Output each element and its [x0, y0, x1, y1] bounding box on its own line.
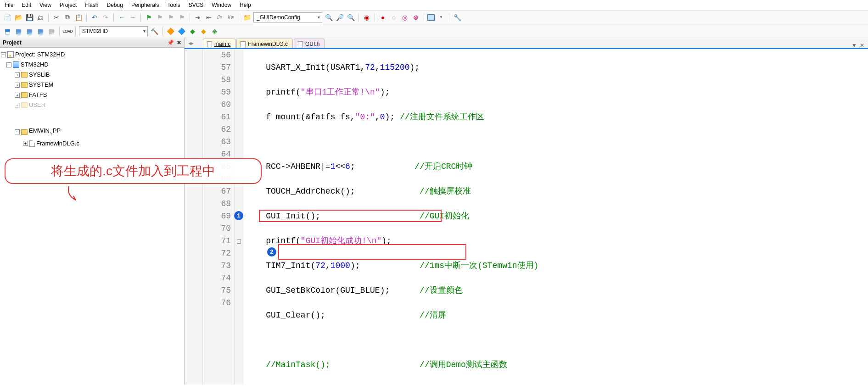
callout-marker-2: 2: [267, 247, 276, 256]
batch-build-icon[interactable]: ▦: [36, 27, 45, 36]
target-combo[interactable]: STM32HD: [79, 26, 148, 36]
expand-icon[interactable]: +: [23, 141, 28, 146]
tree-group-fatfs[interactable]: + FATFS: [1, 90, 184, 100]
editor-area: ◂▸ main.c FramewinDLG.c GUI.h ▼ ✕ 5: [185, 38, 868, 384]
expand-icon[interactable]: +: [15, 103, 20, 108]
expand-icon[interactable]: +: [15, 83, 20, 88]
bookmark-icon[interactable]: ⚑: [144, 13, 153, 22]
uncomment-icon[interactable]: //≢: [226, 13, 235, 22]
expand-icon[interactable]: −: [1, 52, 6, 57]
bookmark-clear-icon[interactable]: ⚑: [177, 13, 186, 22]
tab-nav-left-icon[interactable]: ◂▸: [188, 40, 194, 46]
separator: [48, 13, 49, 22]
folder-icon: [21, 102, 28, 108]
indent-icon[interactable]: ⇥: [193, 13, 202, 22]
tab-gui-h[interactable]: GUI.h: [294, 39, 325, 49]
window-icon[interactable]: [427, 14, 435, 21]
project-panel-title: Project 📌 ✕: [0, 38, 184, 48]
marker-margin[interactable]: [185, 49, 203, 384]
nav-fwd-icon[interactable]: →: [128, 13, 137, 22]
close-icon[interactable]: ✕: [177, 39, 181, 46]
folder-icon: [21, 92, 28, 98]
separator: [239, 13, 239, 22]
nav-back-icon[interactable]: ←: [117, 13, 126, 22]
tree-group-emwin[interactable]: − EMWIN↘PP: [1, 126, 184, 139]
tab-main-c[interactable]: main.c: [203, 39, 235, 49]
expand-icon[interactable]: +: [15, 93, 20, 98]
target-options-icon[interactable]: 🔨: [150, 27, 159, 36]
expand-icon[interactable]: −: [6, 62, 11, 67]
copy-icon[interactable]: ⧉: [63, 13, 72, 22]
breakpoint-icon[interactable]: ●: [378, 13, 387, 22]
comment-icon[interactable]: //≡: [215, 13, 224, 22]
find-icon[interactable]: 🔍: [324, 13, 333, 22]
menu-debug[interactable]: Debug: [107, 2, 123, 8]
tab-framewindlg-c[interactable]: FramewinDLG.c: [236, 39, 293, 49]
separator: [424, 13, 424, 22]
open-file-icon[interactable]: 📂: [14, 13, 23, 22]
pin-icon[interactable]: 📌: [167, 39, 174, 46]
tree-file-framewin[interactable]: + FramewinDLG.c: [1, 139, 184, 149]
separator: [375, 13, 375, 22]
manage-target-icon[interactable]: 🔷: [177, 27, 186, 36]
menu-svcs[interactable]: SVCS: [189, 2, 204, 8]
breakpoint-killall-icon[interactable]: ⊗: [411, 13, 420, 22]
cfile-icon: [29, 140, 35, 147]
translate-icon[interactable]: ⬒: [3, 27, 12, 36]
undo-icon[interactable]: ↶: [90, 13, 99, 22]
menu-view[interactable]: View: [39, 2, 51, 8]
find-files-icon[interactable]: 📁: [242, 13, 252, 22]
pack-installer-icon[interactable]: ◆: [188, 27, 197, 36]
separator: [59, 27, 60, 35]
tree-target[interactable]: − STM32HD: [1, 60, 184, 70]
menu-peripherals[interactable]: Peripherals: [131, 2, 159, 8]
project-panel: Project 📌 ✕ − Project: STM32HD − STM32HD…: [0, 38, 185, 384]
tree-project-root[interactable]: − Project: STM32HD: [1, 50, 184, 60]
code-editor[interactable]: 5657585960616263646566676869707172737475…: [185, 49, 868, 384]
menu-help[interactable]: Help: [240, 2, 251, 8]
dropdown-icon[interactable]: ▼: [437, 13, 446, 22]
save-all-icon[interactable]: 🗂: [36, 13, 45, 22]
build-icon[interactable]: ▦: [14, 27, 23, 36]
incremental-find-icon[interactable]: 🔍: [346, 13, 355, 22]
cut-icon[interactable]: ✂: [52, 13, 61, 22]
bookmark-prev-icon[interactable]: ⚑: [155, 13, 164, 22]
tree-group-system[interactable]: + SYSTEM: [1, 80, 184, 90]
editor-tabbar: ◂▸ main.c FramewinDLG.c GUI.h ▼ ✕: [185, 38, 868, 49]
stop-build-icon[interactable]: ▦: [47, 27, 56, 36]
runtime-env-icon[interactable]: ◆: [199, 27, 208, 36]
redo-icon[interactable]: ↷: [101, 13, 110, 22]
bookmark-next-icon[interactable]: ⚑: [166, 13, 175, 22]
annotation-callout: 将生成的.c文件加入到工程中: [5, 158, 262, 184]
find-next-icon[interactable]: 🔎: [335, 13, 344, 22]
manage-icon[interactable]: 🔶: [166, 27, 175, 36]
new-file-icon[interactable]: 📄: [3, 13, 12, 22]
menu-window[interactable]: Window: [212, 2, 231, 8]
download-icon[interactable]: LOAD: [63, 27, 72, 36]
separator: [140, 13, 141, 22]
paste-icon[interactable]: 📋: [74, 13, 83, 22]
tree-group-user-hidden[interactable]: + USER: [1, 100, 184, 110]
menu-flash[interactable]: Flash: [85, 2, 98, 8]
menu-project[interactable]: Project: [60, 2, 77, 8]
outdent-icon[interactable]: ⇤: [204, 13, 213, 22]
debug-start-icon[interactable]: ◉: [362, 13, 371, 22]
breakpoint-kill-icon[interactable]: ◎: [400, 13, 409, 22]
tree-group-syslib[interactable]: + SYSLIB: [1, 70, 184, 80]
menu-edit[interactable]: Edit: [22, 2, 31, 8]
rebuild-icon[interactable]: ▦: [25, 27, 34, 36]
expand-icon[interactable]: +: [15, 72, 20, 78]
menu-tools[interactable]: Tools: [168, 2, 180, 8]
find-combo[interactable]: _GUIDemoConfig: [253, 12, 322, 22]
expand-icon[interactable]: −: [15, 129, 20, 134]
configure-icon[interactable]: 🔧: [453, 13, 462, 22]
books-icon[interactable]: ◈: [210, 27, 219, 36]
target-icon: [13, 61, 19, 68]
code-text[interactable]: USART_X_Init(USART1,72,115200); printf("…: [243, 49, 868, 384]
save-icon[interactable]: 💾: [25, 13, 34, 22]
annotation-arrow-icon: [64, 184, 92, 202]
fold-box-icon[interactable]: −: [237, 240, 241, 244]
menu-file[interactable]: File: [5, 2, 13, 8]
separator: [113, 13, 114, 22]
breakpoint-disable-icon[interactable]: ○: [389, 13, 398, 22]
